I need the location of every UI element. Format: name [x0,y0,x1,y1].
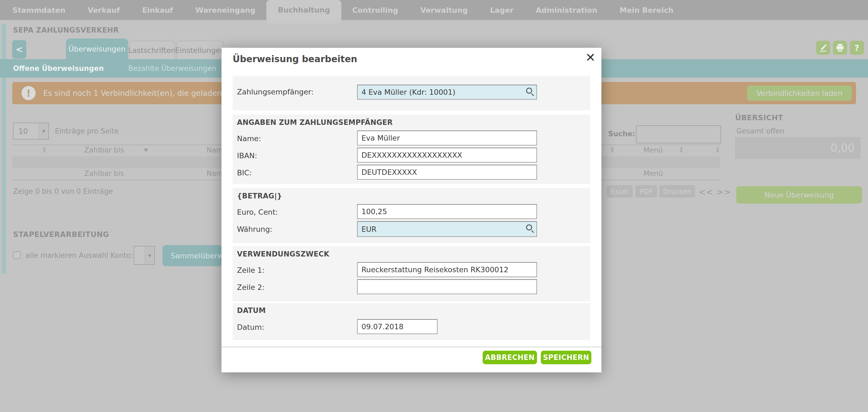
print-button[interactable] [833,41,847,55]
nav-item-verwaltung[interactable]: Verwaltung [421,6,468,14]
batch-label: alle markieren Auswahl Konto: [26,251,133,260]
nav-item-mein-bereich[interactable]: Mein Bereich [620,6,674,14]
section-heading-amount: {BETRAG|} [237,192,282,200]
overview-title: ÜBERSICHT [735,113,783,122]
purpose-section: VERWENDUNGSZWECK Zeile 1: Zeile 2: [232,246,590,301]
payee-picker-section: Zahlungsempfänger: [232,76,590,110]
iban-label: IBAN: [237,151,257,160]
question-icon: ? [855,43,859,53]
batch-title: STAPELVERARBEITUNG [13,230,109,239]
currency-label: Währung: [237,225,272,233]
amount-section: {BETRAG|} Euro, Cent: Währung: [232,188,590,243]
date-label: Datum: [237,323,264,332]
nav-item-einkauf[interactable]: Einkauf [142,6,173,14]
modal-title: Überweisung bearbeiten [232,54,358,64]
payee-details-section: ANGABEN ZUM ZAHLUNGSEMPFÄNGER Name: IBAN… [232,114,590,184]
chevron-left-icon: < [16,44,23,55]
main-navbar: Stammdaten Verkauf Einkauf Wareneingang … [0,0,868,20]
total-open-amount: 0,00 [735,137,861,159]
export-pdf-button[interactable]: PDF [636,185,657,198]
help-button[interactable]: ? [850,41,864,55]
tab-lastschriften[interactable]: Lastschriften [129,41,175,59]
close-icon[interactable]: ✕ [585,52,595,64]
pencil-icon [819,43,828,52]
load-liabilities-button[interactable]: Verbindlichkeiten laden [747,85,852,101]
tab-ueberweisungen[interactable]: Überweisungen [66,38,128,59]
subtab-bezahlte-ueberweisungen[interactable]: Bezahlte Überweisungen [128,64,216,72]
name-label: Name: [237,134,261,143]
line2-label: Zeile 2: [237,283,265,291]
line1-field[interactable] [357,262,537,277]
section-heading-date: DATUM [237,306,266,315]
pagination-controls[interactable]: << >> [699,187,731,197]
nav-item-verkauf[interactable]: Verkauf [88,6,120,14]
subtab-offene-ueberweisungen[interactable]: Offene Überweisungen [13,64,104,72]
name-field[interactable] [357,131,537,145]
line1-label: Zeile 1: [237,266,265,274]
euro-cent-field[interactable] [357,204,537,219]
overview-label: Gesamt offen [737,127,784,135]
sort-icon[interactable]: ▲▼ [611,146,614,153]
edit-transfer-modal: Überweisung bearbeiten ✕ Zahlungsempfäng… [221,48,601,372]
column-header-zahlbar-bis[interactable]: Zahlbar bis [84,146,124,154]
nav-item-wareneingang[interactable]: Wareneingang [195,6,255,14]
printer-icon [836,43,844,52]
search-input[interactable] [636,126,721,143]
export-excel-button[interactable]: Excel [607,185,633,198]
column-header-menu[interactable]: Menü [644,146,663,154]
nav-item-lager[interactable]: Lager [490,6,514,14]
section-heading-payee: ANGABEN ZUM ZAHLUNGSEMPFÄNGER [237,118,393,127]
footer-menu: Menü [644,169,663,177]
page-size-label: Einträge pro Seite [55,127,119,135]
print-table-button[interactable]: Drucken [659,185,695,198]
payee-label: Zahlungsempfänger: [237,88,314,96]
modal-footer-divider [221,347,601,347]
page-title: SEPA ZAHLUNGSVERKEHR [13,26,119,34]
sort-icon[interactable]: ▲▼ [43,146,45,153]
save-button[interactable]: SPEICHERN [541,351,591,364]
currency-field[interactable] [357,221,537,237]
date-section: DATUM Datum: [232,303,590,340]
exclamation-icon: ! [22,86,36,100]
date-field[interactable] [357,319,437,334]
payee-field[interactable] [357,85,537,100]
footer-zahlbar-bis: Zahlbar bis [84,169,124,177]
sort-down-icon[interactable]: ▼ [144,147,148,153]
nav-item-stammdaten[interactable]: Stammdaten [12,6,65,14]
bic-field[interactable] [357,165,537,180]
section-heading-purpose: VERWENDUNGSZWECK [237,250,329,258]
edit-button[interactable] [816,41,830,55]
tab-einstellungen[interactable]: Einstellungen [176,41,224,59]
search-label: Suche: [608,130,635,138]
page-size-value: 10 [19,127,28,135]
iban-field[interactable] [357,148,537,163]
back-button[interactable]: < [12,40,26,59]
warning-text: Es sind noch 1 Verbindlichkeit(en), die … [43,89,238,98]
collective-transfer-button[interactable]: Sammelüberweis [162,245,222,266]
table-info: Zeige 0 bis 0 von 0 Einträge [13,187,113,196]
nav-item-controlling[interactable]: Controlling [352,6,398,14]
nav-item-buchhaltung[interactable]: Buchhaltung [266,0,341,23]
euro-cent-label: Euro, Cent: [237,208,278,216]
sort-icon[interactable]: ▲▼ [716,146,719,153]
nav-item-administration[interactable]: Administration [536,6,598,14]
line2-field[interactable] [357,279,537,294]
new-transfer-button[interactable]: Neue Überweisung [736,186,862,204]
chevron-down-icon: ▾ [145,246,154,264]
chevron-down-icon: ▾ [39,123,49,139]
sort-icon[interactable]: ▲▼ [680,146,683,153]
select-all-checkbox[interactable] [13,251,21,259]
bic-label: BIC: [237,169,252,177]
cancel-button[interactable]: ABBRECHEN [483,351,537,364]
account-select[interactable]: ▾ [134,246,155,265]
page-size-select[interactable]: 10 ▾ [13,123,49,139]
